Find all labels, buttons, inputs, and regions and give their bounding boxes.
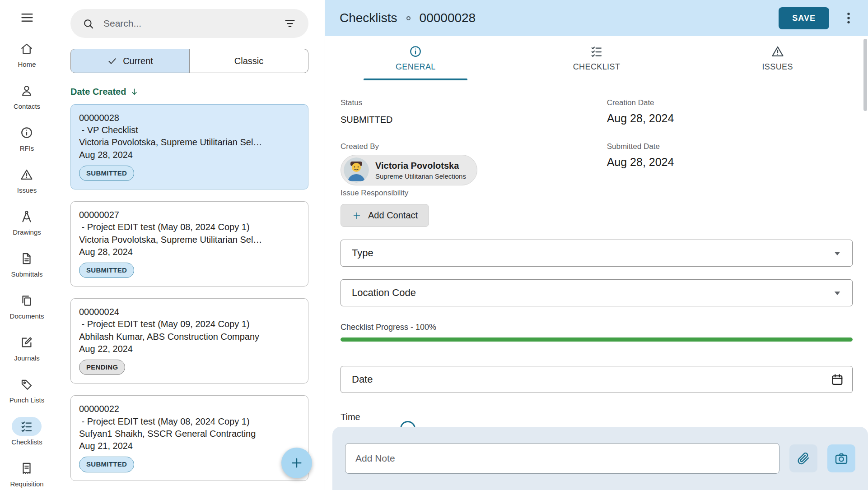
add-contact-button[interactable]: Add Contact	[341, 204, 429, 227]
sidebar-item-checklists[interactable]: Checklists	[9, 410, 45, 452]
creator-company: Supreme Utilitarian Selections	[375, 172, 466, 180]
sidebar-item-documents[interactable]: Documents	[9, 284, 45, 326]
card-author: Abhilash Kumar, ABS Construction Company	[79, 331, 300, 343]
checklist-card[interactable]: 00000024 - Project EDIT test (May 09, 20…	[70, 298, 308, 384]
chevron-down-icon	[831, 286, 844, 300]
sidebar-item-label: Issues	[17, 186, 37, 194]
status-value: SUBMITTED	[341, 115, 607, 125]
card-date: Aug 28, 2024	[79, 149, 300, 161]
detail-panel: Checklists 00000028 SAVE GENERAL CHECKLI…	[325, 0, 868, 490]
plus-icon	[289, 456, 304, 470]
warning-icon	[20, 168, 33, 181]
creation-date-label: Creation Date	[607, 98, 853, 107]
kebab-menu-icon[interactable]	[841, 10, 856, 26]
sidebar-item-label: Requisition	[10, 480, 43, 488]
checklist-card[interactable]: 00000028 - VP Checklist Victoria Povolot…	[70, 104, 308, 190]
toggle-current-button[interactable]: Current	[70, 49, 190, 73]
detail-header: Checklists 00000028 SAVE	[325, 0, 868, 36]
checklist-progress-bar	[341, 337, 853, 342]
add-note-input[interactable]	[345, 443, 779, 474]
date-field[interactable]: Date	[341, 366, 853, 393]
toggle-current-label: Current	[123, 56, 153, 66]
sidebar-item-rfis[interactable]: RFIs	[9, 116, 45, 158]
checklist-list-panel: Current Classic Date Created 00000028 - …	[54, 0, 325, 490]
sidebar-item-home[interactable]: Home	[9, 32, 45, 74]
sidebar-item-label: Punch Lists	[9, 396, 45, 404]
sidebar-item-journals[interactable]: Journals	[9, 326, 45, 368]
sidebar-item-label: Journals	[14, 354, 40, 362]
card-id: 00000024	[79, 306, 300, 318]
paperclip-icon	[796, 451, 811, 466]
camera-button[interactable]	[827, 444, 855, 472]
sort-control[interactable]: Date Created	[70, 87, 139, 97]
location-code-select[interactable]: Location Code	[341, 279, 853, 306]
search-input[interactable]	[103, 18, 274, 29]
tag-icon	[20, 378, 33, 391]
tab-general[interactable]: GENERAL	[325, 36, 506, 80]
tab-label: GENERAL	[396, 62, 436, 72]
submitted-date-label: Submitted Date	[607, 142, 853, 151]
copy-icon	[20, 294, 33, 307]
tab-label: CHECKLIST	[573, 62, 621, 72]
search-bar	[70, 9, 308, 38]
save-button[interactable]: SAVE	[779, 7, 829, 29]
sidebar-item-label: Contacts	[14, 102, 40, 110]
card-author: Sufyan1 Shaikh, SSCR General Contracting	[79, 428, 300, 440]
card-author: Victoria Povolotska, Supreme Utilitarian…	[79, 234, 300, 246]
note-bar	[332, 427, 868, 490]
card-name: - Project EDIT test (May 09, 2024 Copy 1…	[79, 318, 300, 330]
sidebar-nav: Home Contacts RFIs Issues Drawings Submi…	[9, 32, 45, 490]
camera-icon	[834, 451, 849, 466]
type-select[interactable]: Type	[341, 240, 853, 267]
card-id: 00000028	[79, 112, 300, 124]
sidebar-item-label: Drawings	[13, 228, 41, 236]
creator-chip-text: Victoria Povolotska Supreme Utilitarian …	[375, 161, 466, 180]
sidebar-item-label: RFIs	[20, 144, 34, 152]
hamburger-menu-icon[interactable]	[19, 10, 35, 25]
calendar-icon[interactable]	[831, 373, 844, 386]
created-by-label: Created By	[341, 142, 607, 151]
checklist-card[interactable]: 00000027 - Project EDIT test (May 08, 20…	[70, 201, 308, 287]
sidebar-item-drawings[interactable]: Drawings	[9, 200, 45, 242]
checklist-card[interactable]: 00000022 - Project EDIT test (May 08, 20…	[70, 395, 308, 481]
card-date: Aug 21, 2024	[79, 440, 300, 452]
page-title: Checklists	[340, 11, 397, 25]
sidebar-item-label: Checklists	[11, 438, 42, 446]
creator-contact-chip[interactable]: Victoria Povolotska Supreme Utilitarian …	[341, 155, 477, 185]
sidebar-item-label: Documents	[10, 312, 44, 320]
attach-file-button[interactable]	[789, 444, 817, 472]
checklist-icon	[20, 420, 33, 433]
issue-responsibility-label: Issue Responsibility	[341, 189, 607, 198]
chevron-down-icon	[831, 246, 844, 260]
info-grid: Status SUBMITTED Created By	[341, 98, 853, 227]
card-status-badge: SUBMITTED	[79, 457, 134, 472]
sidebar-item-issues[interactable]: Issues	[9, 158, 45, 200]
sidebar-item-punch-lists[interactable]: Punch Lists	[9, 368, 45, 410]
tab-issues[interactable]: ISSUES	[687, 36, 868, 80]
checklist-icon	[590, 45, 603, 58]
app-root: Home Contacts RFIs Issues Drawings Submi…	[0, 0, 868, 490]
scrollbar-thumb[interactable]	[863, 39, 867, 111]
toggle-classic-button[interactable]: Classic	[190, 49, 308, 73]
sidebar-item-submittals[interactable]: Submittals	[9, 242, 45, 284]
card-status-badge: SUBMITTED	[79, 263, 134, 278]
dot-separator	[406, 16, 411, 20]
sidebar-item-requisition[interactable]: Requisition	[9, 452, 45, 490]
card-id: 00000022	[79, 403, 300, 415]
record-id: 00000028	[420, 11, 476, 25]
sidebar-item-label: Home	[18, 60, 36, 68]
info-icon	[409, 45, 422, 58]
sort-descending-icon	[130, 87, 139, 97]
add-checklist-fab[interactable]	[281, 448, 312, 478]
edit-icon	[20, 336, 33, 349]
sort-label: Date Created	[70, 87, 126, 97]
tab-checklist[interactable]: CHECKLIST	[506, 36, 687, 80]
filter-icon[interactable]	[283, 17, 297, 30]
time-label: Time	[341, 412, 853, 422]
date-field-label: Date	[352, 374, 373, 385]
sidebar-item-label: Submittals	[11, 270, 42, 278]
location-code-select-label: Location Code	[352, 287, 416, 299]
card-date: Aug 28, 2024	[79, 246, 300, 258]
sidebar-item-contacts[interactable]: Contacts	[9, 74, 45, 116]
card-name: - Project EDIT test (May 08, 2024 Copy 1…	[79, 221, 300, 233]
